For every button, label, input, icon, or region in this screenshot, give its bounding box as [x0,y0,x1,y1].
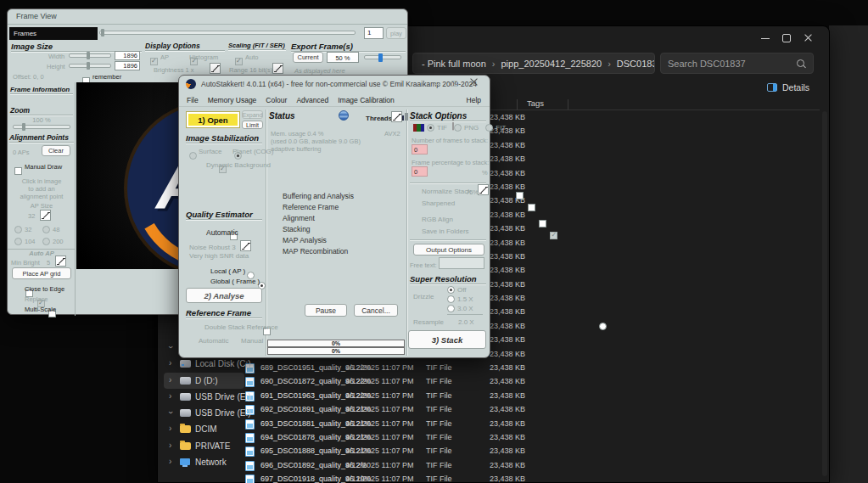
manual-draw-checkbox[interactable] [14,167,22,175]
table-row[interactable]: 692_DSC01891_quality_96.21% 4/12/2025 11… [245,403,814,417]
export-percent-slider[interactable] [364,55,401,59]
sharpened-checkbox[interactable] [528,204,535,211]
min-bright-adjust-icon[interactable] [55,256,66,267]
search-box[interactable]: Search DSC01837 [660,53,814,74]
close-icon[interactable] [468,77,479,87]
brightness-adjust-icon[interactable] [210,63,221,74]
details-view-button[interactable]: Details [767,82,809,93]
expand-button[interactable]: Expand [242,110,263,119]
maximize-icon[interactable] [781,33,792,42]
auto-scaling-checkbox[interactable] [235,58,243,65]
frame-count-field[interactable]: 0 [412,144,428,154]
drizzle-option[interactable]: Off [447,285,473,295]
ap-size-adjust-icon[interactable] [40,210,51,221]
close-icon[interactable] [803,33,814,42]
normalize-adjust-icon[interactable] [478,184,489,195]
breadcrumb-segment[interactable]: DSC01837 [617,59,654,69]
frame-number-input[interactable]: 1 [364,27,384,39]
sidebar-item[interactable]: Network [164,454,244,470]
save-in-folders-checkbox[interactable] [550,232,557,239]
breadcrumb-label[interactable]: DSC01837 [617,59,654,69]
table-row[interactable]: 695_DSC01888_quality_96.21% 4/12/2025 11… [245,445,814,458]
play-button[interactable]: play [386,27,406,39]
format-radio-option[interactable]: FIT [485,124,506,132]
sidebar-item[interactable]: D (D:) [164,373,244,389]
pause-button[interactable]: Pause [305,304,347,317]
drizzle-radio[interactable] [447,295,455,303]
threads-adjust-icon[interactable] [391,111,402,122]
export-current-button[interactable]: Current [293,52,323,63]
drizzle-radio[interactable] [447,286,455,294]
frame-view-titlebar[interactable]: Frame View [8,9,407,25]
format-radio-option[interactable]: PNG [454,124,479,132]
output-options-button[interactable]: Output Options [413,244,484,256]
scrollbar[interactable] [822,111,827,476]
width-value[interactable]: 1896 [115,51,140,60]
ap-size-option[interactable]: 48 [42,223,70,235]
width-slider[interactable] [69,53,111,58]
resample-radio[interactable] [599,323,607,330]
menu-item[interactable]: File [187,96,199,104]
chevron-icon[interactable] [169,424,171,434]
ap-checkbox[interactable] [150,58,158,65]
sidebar-item[interactable]: USB Drive (E:) [164,405,244,421]
noise-robust-adjust-icon[interactable] [240,240,251,251]
menu-item[interactable]: Colour [266,96,287,104]
chevron-icon[interactable] [169,391,171,402]
chevron-icon[interactable] [169,375,171,385]
chevron-icon[interactable] [169,358,171,368]
cancel-button[interactable]: Cancel... [354,304,398,317]
sidebar-item[interactable]: USB Drive (E:) [164,389,244,405]
breadcrumb-segment[interactable]: - Pink full moon › [422,59,501,69]
height-slider[interactable] [69,64,111,68]
breadcrumb-segment[interactable]: pipp_20250412_225820 › [501,59,616,69]
rgb-align-checkbox[interactable] [539,220,546,227]
chevron-icon[interactable] [165,412,176,414]
export-percent-value[interactable]: 50 % [327,52,359,63]
open-button[interactable]: 1) Open [186,111,240,128]
table-row[interactable]: 690_DSC01872_quality_96.22% 4/12/2025 11… [245,375,814,389]
sidebar-item[interactable]: DCIM [164,421,244,437]
frames-slider[interactable] [99,31,356,35]
table-row[interactable]: 696_DSC01892_quality_96.2% 4/12/2025 11:… [245,459,814,473]
ap-size-radio[interactable] [14,238,22,245]
analyse-button[interactable]: 2) Analyse [186,288,262,303]
drizzle-option[interactable]: 3.0 X [447,304,473,313]
breadcrumb-label[interactable]: - Pink full moon [422,59,486,69]
height-value[interactable]: 1896 [115,61,140,70]
table-row[interactable]: 697_DSC01918_quality_96.19% 4/12/2025 11… [245,473,814,483]
menu-item[interactable]: Advanced [296,96,328,104]
surface-radio[interactable] [189,152,197,160]
breadcrumb-label[interactable]: pipp_20250412_225820 [501,59,602,69]
export-slider-thumb[interactable] [378,53,383,62]
menu-item[interactable]: Memory Usage [208,96,257,104]
search-icon[interactable] [796,59,806,69]
format-radio[interactable] [485,124,493,132]
limit-button[interactable]: Limit [242,121,263,129]
ap-size-radio[interactable] [42,226,50,233]
chevron-icon[interactable] [165,345,176,348]
menu-item[interactable]: Image Calibration [338,96,395,104]
table-row[interactable]: 694_DSC01878_quality_96.21% 4/12/2025 11… [245,431,814,445]
chevron-icon[interactable] [169,457,171,467]
minimize-icon[interactable] [434,84,440,85]
menu-item-help[interactable]: Help [467,96,481,104]
drizzle-option[interactable]: 1.5 X [447,295,473,304]
breadcrumb[interactable]: - Pink full moon › pipp_20250412_225820 … [412,53,655,74]
frame-percent-field[interactable]: 0 [412,166,428,177]
table-row[interactable]: 689_DSC01951_quality_96.22% 4/12/2025 11… [245,362,814,375]
format-radio[interactable] [427,124,434,132]
ap-size-radio[interactable] [42,238,50,245]
format-radio-option[interactable]: TIF [427,124,447,132]
free-text-input[interactable] [439,257,484,269]
as-titlebar[interactable]: AutoStakkert! 4.0.11 (x64) - free for no… [179,76,490,93]
column-header-tags[interactable]: Tags [527,98,544,108]
range-adjust-icon[interactable] [272,63,283,74]
clear-button[interactable]: Clear [42,145,70,156]
zoom-slider[interactable] [13,125,70,129]
drizzle-radio[interactable] [447,305,455,312]
stack-button[interactable]: 3) Stack [408,330,486,349]
frames-slider-thumb[interactable] [101,29,104,37]
sidebar-item[interactable]: Local Disk (C:) [164,356,244,372]
table-row[interactable]: 693_DSC01881_quality_96.21% 4/12/2025 11… [245,418,814,431]
